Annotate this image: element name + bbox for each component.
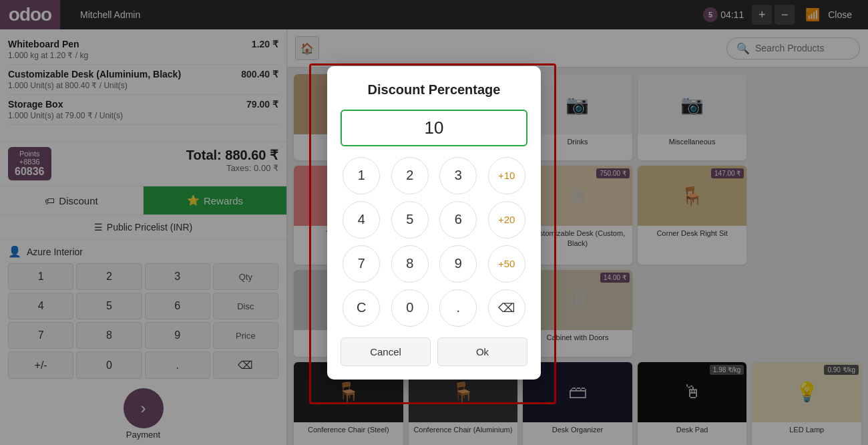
modal-btn-plus10[interactable]: +10 xyxy=(488,157,525,194)
modal-btn-8[interactable]: 8 xyxy=(391,245,429,283)
modal-actions: Cancel Ok xyxy=(341,337,527,366)
modal-btn-plus20[interactable]: +20 xyxy=(488,201,525,239)
modal-btn-7[interactable]: 7 xyxy=(343,245,380,283)
modal-btn-5[interactable]: 5 xyxy=(391,201,429,239)
modal-ok-button[interactable]: Ok xyxy=(437,337,527,366)
modal-overlay: Discount Percentage 1 2 3 +10 4 5 6 +20 … xyxy=(0,0,868,445)
discount-input[interactable] xyxy=(341,110,527,146)
modal-btn-9[interactable]: 9 xyxy=(439,245,477,283)
modal-btn-0[interactable]: 0 xyxy=(391,289,429,327)
modal-title: Discount Percentage xyxy=(341,82,527,98)
modal-cancel-button[interactable]: Cancel xyxy=(341,337,431,366)
modal-btn-3[interactable]: 3 xyxy=(439,157,477,194)
modal-btn-backspace[interactable]: ⌫ xyxy=(488,289,525,327)
modal-btn-plus50[interactable]: +50 xyxy=(488,245,525,283)
modal-btn-dot[interactable]: . xyxy=(439,289,477,327)
discount-modal: Discount Percentage 1 2 3 +10 4 5 6 +20 … xyxy=(327,66,541,380)
modal-btn-6[interactable]: 6 xyxy=(439,201,477,239)
modal-btn-4[interactable]: 4 xyxy=(343,201,380,239)
modal-numpad: 1 2 3 +10 4 5 6 +20 7 8 9 +50 C 0 . ⌫ xyxy=(341,157,527,327)
modal-btn-c[interactable]: C xyxy=(343,289,380,327)
modal-btn-1[interactable]: 1 xyxy=(343,157,380,194)
modal-btn-2[interactable]: 2 xyxy=(391,157,429,194)
